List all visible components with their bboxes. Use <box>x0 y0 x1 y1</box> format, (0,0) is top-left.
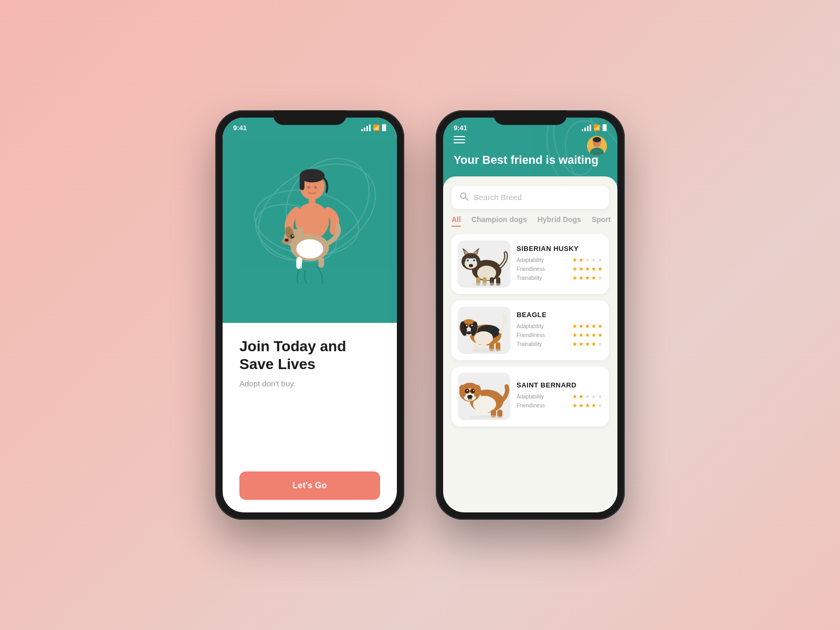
hero-section: 9:41 📶 ▉ <box>223 118 397 323</box>
saint-bernard-name: SAINT BERNARD <box>517 381 603 389</box>
app-header: Your Best friend is waiting <box>443 132 617 176</box>
search-icon <box>460 192 468 203</box>
svg-point-7 <box>307 185 310 188</box>
battery-icon: ▉ <box>382 124 386 131</box>
saint-bernard-adaptability: Adaptability ★ ★ ★ ★ ★ <box>517 393 603 400</box>
husky-image <box>458 240 510 288</box>
husky-name: SIBERIAN HUSKY <box>517 245 603 253</box>
svg-point-82 <box>467 395 472 399</box>
beagle-trainability: Trainability ★ ★ ★ ★ ★ <box>517 341 603 348</box>
svg-point-45 <box>474 260 475 261</box>
beagle-image <box>458 307 510 354</box>
breed-list-screen: 9:41 📶 ▉ <box>443 118 617 512</box>
svg-point-17 <box>292 235 294 236</box>
beagle-name: BEAGLE <box>517 311 603 319</box>
status-time: 9:41 <box>233 124 247 132</box>
notch <box>273 110 346 125</box>
svg-point-78 <box>465 390 468 393</box>
svg-point-81 <box>472 390 474 391</box>
tab-all[interactable]: All <box>452 215 461 227</box>
beagle-adaptability: Adaptability ★ ★ ★ ★ ★ <box>517 323 603 330</box>
lets-go-button[interactable]: Let's Go <box>239 471 380 500</box>
beagle-friendliness: Friendliness ★ ★ ★ ★ ★ <box>517 332 603 339</box>
join-subtitle: Adopt don't buy. <box>239 379 380 388</box>
avatar[interactable] <box>587 136 607 156</box>
saint-bernard-friendliness: Friendliness ★ ★ ★ ★ ★ <box>517 402 603 409</box>
saint-bernard-image <box>458 373 510 420</box>
beagle-info: BEAGLE Adaptability ★ ★ ★ ★ ★ <box>517 311 603 350</box>
svg-point-79 <box>466 390 467 391</box>
hero-illustration <box>257 168 362 284</box>
svg-point-63 <box>467 331 471 334</box>
notch <box>494 110 567 125</box>
breed-list: SIBERIAN HUSKY Adaptability ★ ★ ★ ★ ★ <box>443 234 617 512</box>
husky-info: SIBERIAN HUSKY Adaptability ★ ★ ★ ★ ★ <box>517 245 603 284</box>
svg-rect-22 <box>319 257 324 267</box>
saint-bernard-info: SAINT BERNARD Adaptability ★ ★ ★ ★ ★ <box>517 381 603 411</box>
signal-icon <box>582 125 591 131</box>
status-icons: 📶 ▉ <box>361 124 386 132</box>
menu-button[interactable] <box>454 136 465 143</box>
breed-card-saint-bernard[interactable]: SAINT BERNARD Adaptability ★ ★ ★ ★ ★ <box>452 366 609 426</box>
phone-onboarding: 9:41 📶 ▉ <box>215 110 404 520</box>
husky-friendliness: Friendliness ★ ★ ★ ★ ★ <box>517 266 603 272</box>
svg-line-31 <box>466 197 468 200</box>
svg-point-62 <box>471 325 472 327</box>
husky-adaptability: Adaptability ★ ★ ★ ★ ★ <box>517 257 603 264</box>
status-icons: 📶 ▉ <box>582 124 607 131</box>
page-title: Your Best friend is waiting <box>454 153 607 168</box>
svg-point-42 <box>467 260 468 261</box>
phone-breed-list: 9:41 📶 ▉ <box>436 110 625 520</box>
join-title: Join Today and Save Lives <box>239 338 380 373</box>
husky-trainability: Trainability ★ ★ ★ ★ ★ <box>517 275 603 281</box>
svg-point-46 <box>469 264 473 267</box>
breed-content: Search Breed All Champion dogs Hybrid Do… <box>443 176 617 512</box>
onboarding-screen: 9:41 📶 ▉ <box>223 118 397 512</box>
svg-point-19 <box>285 238 288 242</box>
signal-icon <box>361 125 371 131</box>
svg-point-29 <box>593 137 601 142</box>
svg-point-8 <box>314 185 317 188</box>
wifi-icon: 📶 <box>373 124 380 131</box>
svg-point-60 <box>466 325 467 327</box>
wifi-icon: 📶 <box>593 124 601 131</box>
battery-icon: ▉ <box>603 124 607 131</box>
breed-card-husky[interactable]: SIBERIAN HUSKY Adaptability ★ ★ ★ ★ ★ <box>452 234 609 294</box>
svg-rect-21 <box>296 257 302 269</box>
breed-card-beagle[interactable]: BEAGLE Adaptability ★ ★ ★ ★ ★ <box>452 300 609 360</box>
onboarding-content: Join Today and Save Lives Adopt don't bu… <box>223 323 397 512</box>
text-content: Join Today and Save Lives Adopt don't bu… <box>239 338 380 388</box>
svg-rect-6 <box>300 175 304 190</box>
svg-point-80 <box>471 390 475 393</box>
status-time: 9:41 <box>454 124 467 132</box>
svg-point-20 <box>296 239 323 258</box>
